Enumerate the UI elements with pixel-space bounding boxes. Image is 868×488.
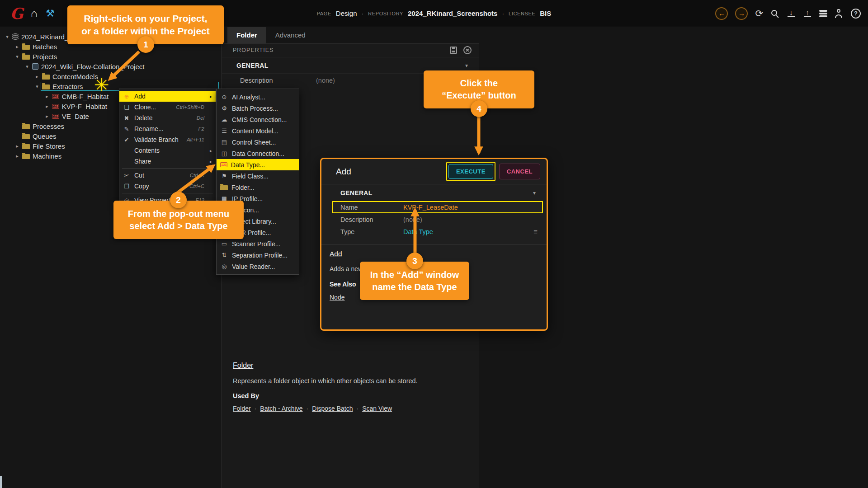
dialog-row-label: Description xyxy=(333,216,403,223)
menu-item-cut[interactable]: ✂CutCtrl+X xyxy=(119,170,216,181)
tree-expand-arrow[interactable]: ▸ xyxy=(14,44,21,50)
tree-collapse-arrow[interactable]: ▾ xyxy=(14,54,21,60)
menu-item-label: Validate Branch xyxy=(134,136,184,143)
execute-button[interactable]: EXECUTE xyxy=(448,164,493,179)
submenu-item-data-type[interactable]: 123Data Type... xyxy=(217,159,299,170)
dialog-row-value[interactable]: KVP-F_LeaseDate xyxy=(403,204,542,211)
back-button[interactable]: ← xyxy=(715,7,728,20)
separation-icon: ⇅ xyxy=(220,252,228,258)
submenu-item-batch-process[interactable]: ⚙Batch Process... xyxy=(217,103,299,114)
submenu-item-label: Value Reader... xyxy=(232,263,295,270)
dialog-doc-title: Add xyxy=(330,250,342,258)
dot-separator: · xyxy=(502,10,504,17)
tab-advanced[interactable]: Advanced xyxy=(266,27,315,43)
refresh-icon[interactable]: ⟳ xyxy=(755,9,763,18)
submenu-item-control-sheet[interactable]: ▤Control Sheet... xyxy=(217,136,299,148)
cmis-icon: ☁ xyxy=(220,116,228,123)
menu-item-contents[interactable]: Contents▸ xyxy=(119,145,216,156)
submenu-item-field-class[interactable]: ⚑Field Class... xyxy=(217,170,299,182)
cancel-button[interactable]: CANCEL xyxy=(499,164,540,179)
connection-icon: ◫ xyxy=(220,150,228,157)
menu-item-validate-branch[interactable]: ✔Validate BranchAlt+F11 xyxy=(119,134,216,145)
dialog-row-label: Type xyxy=(333,228,403,235)
grooper-logo: G xyxy=(7,5,26,23)
repository-value[interactable]: 2024_RKinard_Screenshots xyxy=(408,9,497,17)
scrollbar-thumb[interactable] xyxy=(0,476,2,488)
tools-icon[interactable]: ⚒ xyxy=(46,8,55,19)
submenu-item-scanner-profile[interactable]: ▭Scanner Profile... xyxy=(217,238,299,249)
upload-icon[interactable]: ↑ xyxy=(803,9,812,17)
topbar-actions: ← → ⟳ ↓ ↑ ? xyxy=(715,7,861,20)
tree-expand-arrow[interactable]: ▸ xyxy=(43,94,51,99)
used-by-link-folder[interactable]: Folder xyxy=(233,405,251,412)
dialog-row-value[interactable]: Data Type xyxy=(403,228,533,235)
menu-item-rename[interactable]: ✎Rename...F2 xyxy=(119,123,216,134)
menu-item-copy[interactable]: ❐CopyCtrl+C xyxy=(119,181,216,192)
folder-icon xyxy=(22,144,30,149)
help-icon[interactable]: ? xyxy=(851,9,861,19)
tree-collapse-arrow[interactable]: ▾ xyxy=(4,34,11,40)
tab-folder[interactable]: Folder xyxy=(227,27,266,43)
dialog-row-description[interactable]: Description(none) xyxy=(332,213,543,225)
submenu-item-value-reader[interactable]: ◎Value Reader... xyxy=(217,261,299,272)
hamburger-menu-icon[interactable]: ≡ xyxy=(533,228,542,235)
repository-label: REPOSITORY xyxy=(368,11,403,16)
home-icon[interactable]: ⌂ xyxy=(31,7,38,20)
menu-item-add[interactable]: ⊕Add▸ xyxy=(119,91,216,102)
user-icon[interactable] xyxy=(835,9,844,18)
submenu-item-ai-analyst[interactable]: ⊙AI Analyst... xyxy=(217,91,299,103)
search-icon[interactable] xyxy=(770,9,779,18)
save-icon[interactable] xyxy=(450,47,457,54)
dialog-row-value[interactable]: (none) xyxy=(403,216,542,223)
tree-expand-arrow[interactable]: ▸ xyxy=(43,103,51,109)
dialog-general-header[interactable]: GENERAL ▾ xyxy=(321,184,547,201)
download-icon[interactable]: ↓ xyxy=(787,9,796,17)
ai-icon: ⊙ xyxy=(220,94,228,100)
tree-item-body: ContentModels xyxy=(41,72,219,81)
tree-expand-arrow[interactable]: ▸ xyxy=(14,153,21,159)
tree-item-2024-wiki-flow-collation-project[interactable]: ▾2024_Wiki_Flow-Collation_Project xyxy=(0,61,222,71)
repository-stack-icon[interactable] xyxy=(819,10,827,17)
tree-item-contentmodels[interactable]: ▸ContentModels xyxy=(0,71,222,81)
tree-collapse-arrow[interactable]: ▾ xyxy=(24,64,31,70)
tree-expand-arrow[interactable]: ▸ xyxy=(43,113,51,119)
page-value[interactable]: Design xyxy=(336,9,357,17)
menu-item-clone[interactable]: ❏Clone...Ctrl+Shift+D xyxy=(119,102,216,113)
menu-item-label: Cut xyxy=(134,172,187,179)
context-menu: ⊕Add▸❏Clone...Ctrl+Shift+D✖DeleteDel✎Ren… xyxy=(119,89,216,208)
used-by-link-scan-view[interactable]: Scan View xyxy=(362,405,392,412)
submenu-item-content-model[interactable]: ☰Content Model... xyxy=(217,125,299,136)
forward-button[interactable]: → xyxy=(735,7,748,20)
tree-expand-arrow[interactable]: ▸ xyxy=(14,143,21,149)
menu-shortcut: F2 xyxy=(198,126,204,131)
tree-item-projects[interactable]: ▾Projects xyxy=(0,52,222,61)
clone-icon: ❏ xyxy=(122,104,131,111)
used-by-link-batch-archive[interactable]: Batch - Archive xyxy=(260,405,302,412)
menu-item-label: Delete xyxy=(134,114,193,122)
submenu-item-data-connection[interactable]: ◫Data Connection... xyxy=(217,148,299,159)
submenu-item-cmis-connection[interactable]: ☁CMIS Connection... xyxy=(217,114,299,125)
tree-item-label: VE_Date xyxy=(62,113,89,120)
download-arrow: ↓ xyxy=(789,9,793,15)
tree-expand-arrow[interactable]: ▸ xyxy=(33,74,41,80)
dialog-row-name[interactable]: NameKVP-F_LeaseDate xyxy=(332,201,543,213)
execute-highlight-box: EXECUTE xyxy=(446,162,495,181)
close-icon[interactable] xyxy=(463,46,472,54)
tree-collapse-arrow[interactable]: ▾ xyxy=(33,84,41,89)
tree-item-label: Queues xyxy=(33,132,57,140)
submenu-item-folder[interactable]: Folder... xyxy=(217,182,299,193)
dialog-row-type[interactable]: TypeData Type≡ xyxy=(332,225,543,238)
menu-item-share[interactable]: Share▸ xyxy=(119,156,216,167)
submenu-item-label: Scanner Profile... xyxy=(232,240,295,248)
menu-item-label: Contents xyxy=(134,147,201,154)
folder-icon xyxy=(22,124,30,129)
properties-toolbar: PROPERTIES xyxy=(222,43,479,57)
see-also-node-link[interactable]: Node xyxy=(330,294,344,301)
submenu-item-separation-profile[interactable]: ⇅Separation Profile... xyxy=(217,249,299,261)
used-by-link-dispose-batch[interactable]: Dispose Batch xyxy=(312,405,353,412)
submenu-item-label: Separation Profile... xyxy=(232,252,295,259)
field-icon: ⚑ xyxy=(220,173,228,179)
add-dialog: Add EXECUTE CANCEL GENERAL ▾ NameKVP-F_L… xyxy=(320,158,548,331)
submenu-item-label: AI Analyst... xyxy=(232,94,295,101)
menu-item-delete[interactable]: ✖DeleteDel xyxy=(119,113,216,123)
